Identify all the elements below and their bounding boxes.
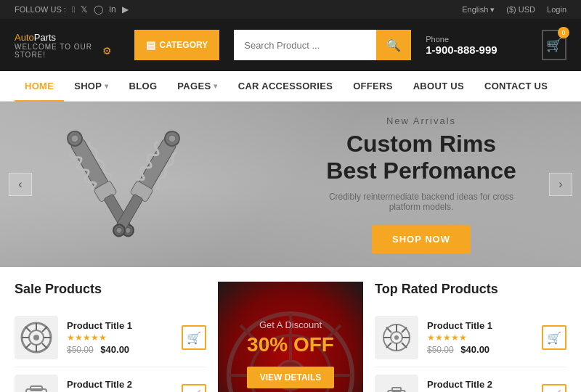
top-rated-product-2: Product Title 2 ★★★★★ $50.00 $40.00 🛒 [375, 367, 566, 392]
phone-label: Phone [426, 35, 527, 44]
svg-line-51 [402, 343, 407, 348]
nav-contact[interactable]: CONTACT US [474, 71, 558, 102]
sale-product-1-name: Product Title 1 [67, 320, 173, 331]
facebook-icon[interactable]:  [72, 4, 75, 15]
social-icons:  𝕏 ◯ in ▶ [72, 4, 129, 15]
logo-auto: Auto [15, 32, 34, 43]
sale-product-2-add-btn[interactable]: 🛒 [182, 384, 206, 392]
hero-title: Custom Rims Best Perfomance [320, 131, 523, 184]
svg-line-53 [386, 343, 391, 348]
view-details-button[interactable]: VIEW DETAILS [247, 367, 334, 388]
menu-icon: ▤ [146, 39, 155, 51]
sale-product-2-name: Product Title 2 [67, 379, 173, 390]
hero-text-block: New Arrivals Custom Rims Best Perfomance… [320, 115, 523, 253]
svg-line-50 [386, 327, 391, 332]
discount-banner: Get A Discount 30% OFF VIEW DETAILS [218, 282, 363, 392]
instagram-icon[interactable]: ◯ [94, 4, 103, 15]
sale-product-1-thumb [15, 316, 58, 359]
svg-rect-55 [392, 388, 401, 391]
top-rated-product-1-thumb [375, 316, 418, 359]
cart-button[interactable]: 🛒 0 [542, 30, 566, 60]
nav-about[interactable]: ABOUT US [403, 71, 474, 102]
engine-part-svg-2 [381, 380, 413, 392]
svg-point-45 [394, 335, 399, 340]
sale-product-1-price: $50.00 $40.00 [67, 344, 173, 355]
sale-product-1-new-price: $40.00 [100, 344, 129, 355]
phone-number: 1-900-888-999 [426, 44, 527, 56]
cart-badge: 0 [558, 27, 569, 38]
top-rated-product-2-name: Product Title 2 [427, 379, 533, 390]
discount-percent: 30% OFF [247, 333, 334, 356]
engine-svg [20, 380, 52, 392]
nav-blog[interactable]: BLOG [119, 71, 168, 102]
svg-line-21 [25, 327, 31, 332]
navigation: HOME SHOP ▾ BLOG PAGES ▾ CAR ACCESSORIES… [0, 71, 581, 102]
sale-product-2: Product Title 2 ★★★★★ $50.00 $40.00 🛒 [15, 367, 206, 392]
top-rated-product-1-price: $50.00 $40.00 [427, 344, 533, 355]
hero-tag: New Arrivals [320, 115, 523, 126]
linkedin-icon[interactable]: in [109, 4, 115, 15]
nav-car-accessories[interactable]: CAR ACCESSORIES [228, 71, 343, 102]
hero-section: ‹ › [0, 102, 581, 267]
search-button[interactable]: 🔍 [376, 30, 411, 60]
engine-part-svg-1 [381, 322, 413, 354]
top-rated-product-1-name: Product Title 1 [427, 320, 533, 331]
login-link[interactable]: Login [547, 5, 566, 14]
hero-next-button[interactable]: › [549, 173, 572, 196]
sale-product-1-info: Product Title 1 ★★★★★ $50.00 $40.00 [67, 320, 173, 355]
search-bar: 🔍 [234, 30, 411, 60]
top-rated-product-1: Product Title 1 ★★★★★ $50.00 $40.00 🛒 [375, 309, 566, 367]
top-rated-product-1-stars: ★★★★★ [427, 332, 533, 343]
top-rated-product-1-new-price: $40.00 [460, 344, 489, 355]
nav-offers[interactable]: OFFERS [343, 71, 403, 102]
svg-line-22 [42, 343, 47, 348]
follow-us-label: FOLLOW US : [15, 5, 66, 14]
svg-line-23 [42, 327, 47, 332]
shop-arrow: ▾ [105, 82, 108, 90]
language-selector[interactable]: English ▾ [462, 5, 495, 15]
social-section: FOLLOW US :  𝕏 ◯ in ▶ [15, 4, 129, 15]
header: AutoParts WELCOME TO OUR STORE! ⚙ ▤ CATE… [0, 19, 581, 71]
twitter-icon[interactable]: 𝕏 [81, 4, 88, 15]
nav-shop[interactable]: SHOP ▾ [64, 71, 118, 102]
top-bar: FOLLOW US :  𝕏 ◯ in ▶ English ▾ ($) USD… [0, 0, 581, 19]
top-bar-right: English ▾ ($) USD Login [462, 5, 566, 15]
sale-product-2-thumb [15, 375, 58, 392]
nav-pages[interactable]: PAGES ▾ [167, 71, 227, 102]
key-icon: ⚙ [102, 45, 113, 57]
top-rated-product-2-add-btn[interactable]: 🛒 [542, 384, 566, 392]
top-rated-product-2-thumb [375, 375, 418, 392]
top-rated-product-1-info: Product Title 1 ★★★★★ $50.00 $40.00 [427, 320, 533, 355]
sale-products-title: Sale Products [15, 282, 206, 297]
top-rated-product-1-add-btn[interactable]: 🛒 [542, 325, 566, 350]
shop-now-button[interactable]: SHOP NOW [372, 225, 471, 253]
hero-product-image [44, 109, 203, 261]
sale-product-1-add-btn[interactable]: 🛒 [182, 325, 206, 350]
shock-absorbers-svg [47, 113, 200, 258]
search-input[interactable] [234, 30, 376, 60]
logo-subtitle: WELCOME TO OUR STORE! ⚙ [15, 43, 113, 59]
pages-arrow: ▾ [214, 82, 217, 90]
youtube-icon[interactable]: ▶ [122, 4, 129, 15]
hero-prev-button[interactable]: ‹ [9, 173, 32, 196]
phone-section: Phone 1-900-888-999 [426, 35, 527, 56]
discount-label: Get A Discount [247, 319, 334, 330]
top-rated-product-2-info: Product Title 2 ★★★★★ $50.00 $40.00 [427, 379, 533, 392]
sale-product-2-info: Product Title 2 ★★★★★ $50.00 $40.00 [67, 379, 173, 392]
logo-parts: Parts [34, 32, 56, 43]
svg-line-24 [25, 343, 31, 348]
hero-subtitle: Credibly reintermediate backend ideas fo… [320, 192, 523, 212]
svg-line-52 [402, 327, 407, 332]
sale-product-1-stars: ★★★★★ [67, 332, 173, 343]
nav-home[interactable]: HOME [15, 71, 64, 102]
sale-product-1: Product Title 1 ★★★★★ $50.00 $40.00 🛒 [15, 309, 206, 367]
top-rated-section: Top Rated Products Product [375, 282, 566, 392]
wheel-svg-1 [20, 322, 52, 354]
top-rated-title: Top Rated Products [375, 282, 566, 297]
svg-point-16 [33, 335, 39, 340]
bottom-section: Sale Products Product Titl [0, 267, 581, 392]
logo[interactable]: AutoParts WELCOME TO OUR STORE! ⚙ [15, 32, 113, 59]
currency-selector[interactable]: ($) USD [506, 5, 535, 14]
category-button[interactable]: ▤ CATEGORY [134, 30, 220, 60]
category-label: CATEGORY [160, 40, 208, 50]
